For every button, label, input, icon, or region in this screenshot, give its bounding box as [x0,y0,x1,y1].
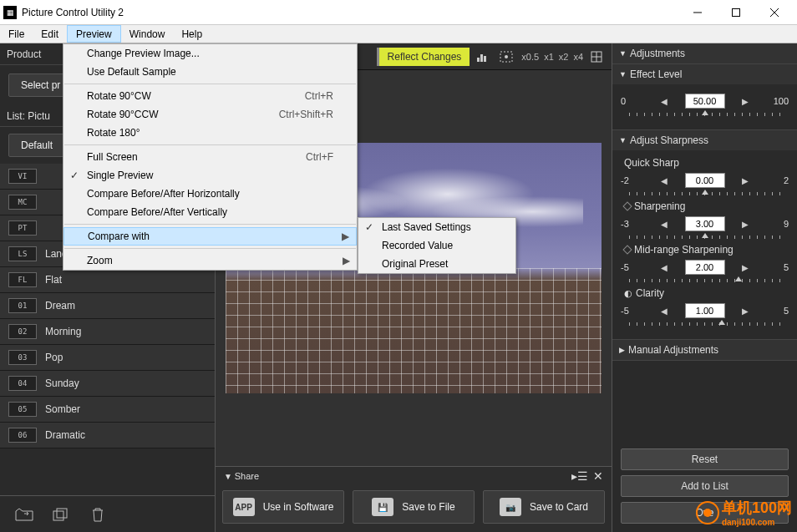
list-item-label: Sunday [45,377,79,389]
menu-preview[interactable]: Preview [67,25,121,43]
list-item[interactable]: 03Pop [0,345,215,371]
menu-window[interactable]: Window [121,25,174,43]
close-share-icon[interactable]: ✕ [593,469,603,483]
menu-help[interactable]: Help [173,25,211,43]
list-item[interactable]: 05Somber [0,397,215,423]
trash-icon[interactable] [87,505,109,524]
menu-item[interactable]: ✓Single Preview [63,166,357,185]
quick-sharp-label: Quick Sharp [624,157,789,169]
check-icon: ✓ [365,221,373,233]
list-item-label: Flat [45,274,62,286]
thumb-icon: 05 [8,402,37,417]
thumb-icon: PT [8,220,37,236]
sharpening-slider[interactable]: -3◀3.00▶9 [621,215,789,242]
clarity-label: ◐Clarity [624,287,789,299]
menu-item[interactable]: Use Default Sample [63,63,357,81]
thumb-icon: 04 [8,376,37,391]
list-item[interactable]: 01Dream [0,293,215,319]
reflect-changes-button[interactable]: Reflect Changes [377,48,470,66]
window-title: Picture Control Utility 2 [22,7,678,18]
list-item-label: Pop [45,352,63,363]
fit-icon[interactable] [496,47,516,67]
save-file-icon: 💾 [372,498,393,516]
adjustments-header[interactable]: ▼Adjustments [612,43,797,63]
minimize-button[interactable] [678,0,717,25]
sharpening-label: Sharpening [624,200,789,212]
watermark: 单机100网danji100.com [695,498,792,527]
thumb-icon: 02 [8,324,37,339]
preview-menu-popup: Change Preview Image...Use Default Sampl… [63,43,358,271]
duplicate-icon[interactable] [50,505,72,524]
list-item[interactable]: 06Dramatic [0,423,215,448]
menu-item[interactable]: Compare with▶ [63,227,357,246]
submenu-item[interactable]: ✓Last Saved Settings [358,218,515,236]
thumb-icon: VI [8,169,37,184]
left-bottom-toolbar [0,495,215,532]
svg-rect-7 [480,54,483,62]
svg-rect-8 [484,56,486,62]
save-card-icon: 📷 [500,498,521,516]
quick-sharp-slider[interactable]: -2◀0.00▶2 [621,172,789,199]
effect-level-header[interactable]: ▼Effect Level [612,64,797,84]
share-panel: ▼ Share ▸☰✕ APPUse in Software 💾Save to … [216,466,612,532]
menu-item[interactable]: Change Preview Image... [63,44,357,63]
menu-edit[interactable]: Edit [33,25,67,43]
thumb-icon: 01 [8,298,37,313]
thumb-icon: FL [8,272,37,287]
submenu-arrow-icon: ▶ [342,231,349,242]
collapse-icon[interactable]: ▸☰ [571,469,588,483]
svg-rect-4 [53,511,63,520]
adjust-sharpness-header[interactable]: ▼Adjust Sharpness [612,130,797,150]
menu-item[interactable]: Rotate 180° [63,124,357,142]
menu-item[interactable]: Compare Before/After Horizontally [63,185,357,203]
svg-rect-5 [57,509,67,518]
use-in-software-button[interactable]: APPUse in Software [222,490,344,524]
midrange-sharpening-slider[interactable]: -5◀2.00▶5 [621,259,789,286]
zoom-x2[interactable]: x2 [559,52,569,62]
thumb-icon: 06 [8,428,37,443]
list-item[interactable]: 02Morning [0,319,215,345]
svg-rect-6 [477,58,480,62]
menu-item[interactable]: Rotate 90°CCWCtrl+Shift+R [63,105,357,124]
app-share-icon: APP [233,498,255,516]
list-item[interactable]: 04Sunday [0,371,215,397]
thumb-icon: MC [8,195,37,210]
submenu-arrow-icon: ▶ [343,255,350,266]
histogram-icon[interactable] [473,47,493,67]
clarity-slider[interactable]: -5◀1.00▶5 [621,302,789,329]
save-to-card-button[interactable]: 📷Save to Card [483,490,605,524]
save-to-file-button[interactable]: 💾Save to File [353,490,475,524]
submenu-item[interactable]: Original Preset [358,255,515,273]
grid-icon[interactable] [586,47,607,67]
share-label: Share [235,471,259,481]
svg-point-10 [505,55,508,58]
midrange-sharpening-label: Mid-range Sharpening [624,244,789,256]
zoom-x4[interactable]: x4 [573,52,583,62]
thumb-icon: 03 [8,350,37,365]
reset-button[interactable]: Reset [621,448,789,470]
zoom-x1[interactable]: x1 [544,52,554,62]
menu-file[interactable]: File [0,25,33,43]
close-button[interactable] [755,0,794,25]
default-tab-button[interactable]: Default [8,134,65,157]
list-item-label: Dream [45,300,75,312]
titlebar: ▦ Picture Control Utility 2 [0,0,797,25]
list-item-label: Dramatic [45,429,85,441]
effect-level-slider[interactable]: 0◀50.00▶100 [621,93,789,119]
manual-adjustments-header[interactable]: ▶Manual Adjustments [612,340,797,360]
check-icon: ✓ [70,170,79,181]
import-icon[interactable] [13,505,35,524]
menubar: FileEditPreviewWindowHelp [0,25,797,43]
right-panel: ▼Adjustments ▼Effect Level 0◀50.00▶100 ▼… [612,43,797,532]
list-item-label: Somber [45,403,80,415]
submenu-item[interactable]: Recorded Value [358,236,515,255]
svg-point-15 [703,509,712,517]
list-item[interactable]: FLFlat [0,267,215,293]
menu-item[interactable]: Compare Before/After Vertically [63,203,357,221]
maximize-button[interactable] [717,0,755,25]
add-to-list-button[interactable]: Add to List [621,475,789,497]
menu-item[interactable]: Rotate 90°CWCtrl+R [63,87,357,105]
zoom-x05[interactable]: x0.5 [521,52,539,62]
menu-item[interactable]: Zoom▶ [63,251,357,270]
menu-item[interactable]: Full ScreenCtrl+F [63,148,357,166]
